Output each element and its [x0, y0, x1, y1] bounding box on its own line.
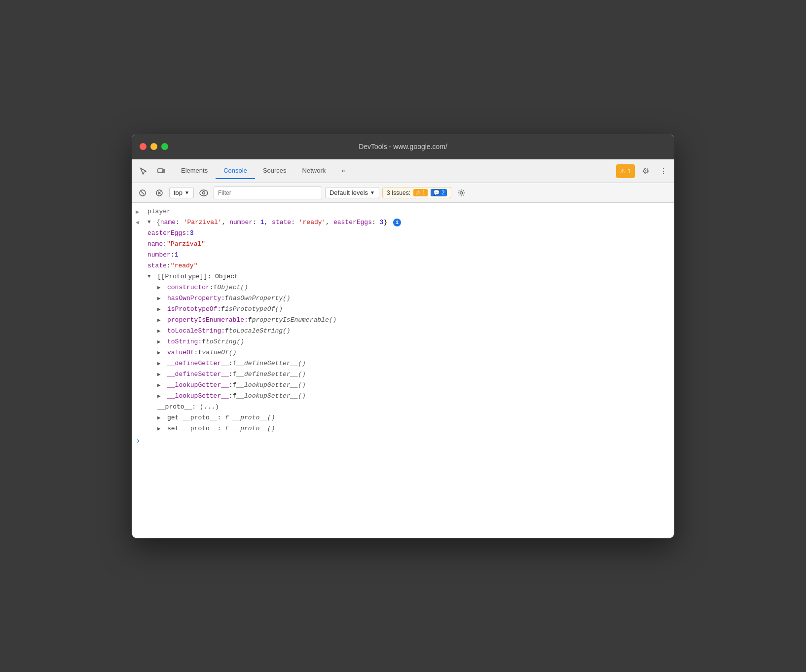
console-cursor-row: ›	[132, 435, 674, 448]
get-proto-expand[interactable]: ▶	[157, 414, 165, 421]
back-arrow: ◀	[136, 219, 146, 225]
hasOwnProperty-expand[interactable]: ▶	[157, 295, 165, 301]
propertyIsEnumerable-expand[interactable]: ▶	[157, 316, 165, 323]
set-proto-label: set __proto__: f __proto__()	[167, 425, 275, 432]
object-summary-row: ◀ ▼ {name: 'Parzival', number: 1, state:…	[132, 218, 674, 228]
proto-dots-row: __proto__: (...)	[132, 402, 674, 413]
log-levels-button[interactable]: Default levels ▼	[325, 187, 379, 198]
constructor-row: ▶ constructor: f Object()	[132, 283, 674, 294]
info-icon[interactable]: i	[393, 219, 401, 226]
context-selector[interactable]: top ▼	[169, 187, 194, 198]
svg-point-8	[202, 191, 205, 194]
object-summary: {name: 'Parzival', number: 1, state: 're…	[156, 219, 401, 226]
isPrototypeOf-expand[interactable]: ▶	[157, 305, 165, 312]
svg-rect-1	[163, 170, 165, 172]
traffic-lights	[140, 143, 168, 150]
row-arrow[interactable]: ▶	[136, 208, 146, 216]
issues-chat-badge: 💬 2	[431, 189, 447, 196]
settings-button[interactable]: ⚙	[639, 164, 653, 178]
player-row: ▶ player	[132, 207, 674, 218]
stop-on-exception-button[interactable]	[152, 186, 166, 200]
clear-console-button[interactable]	[136, 186, 149, 200]
prop-number-key: number	[147, 251, 171, 259]
valueOf-expand[interactable]: ▶	[157, 349, 165, 356]
lookupGetter-expand[interactable]: ▶	[157, 381, 165, 388]
issues-warning-badge: ⚠ 1	[413, 189, 428, 196]
maximize-button[interactable]	[161, 143, 168, 150]
cursor-prompt: ›	[136, 437, 141, 446]
issues-warning-icon: ⚠	[620, 168, 625, 175]
hasOwnProperty-row: ▶ hasOwnProperty: f hasOwnProperty()	[132, 294, 674, 304]
isPrototypeOf-row: ▶ isPrototypeOf: f isPrototypeOf()	[132, 304, 674, 315]
collapse-arrow[interactable]: ▼	[147, 219, 155, 225]
minimize-button[interactable]	[150, 143, 157, 150]
tab-console[interactable]: Console	[216, 163, 255, 179]
prototype-row: ▼ [[Prototype]]: Object	[132, 272, 674, 283]
tab-network[interactable]: Network	[294, 163, 334, 179]
tab-more[interactable]: »	[333, 163, 353, 179]
svg-line-3	[141, 191, 144, 194]
devtools-window: DevTools - www.google.com/ Elements Cons…	[132, 134, 674, 538]
window-title: DevTools - www.google.com/	[359, 143, 447, 150]
toString-row: ▶ toString: f toString()	[132, 337, 674, 348]
defineGetter-row: ▶ __defineGetter__: f __defineGetter__()	[132, 359, 674, 370]
prop-easterEggs-row: easterEggs : 3	[132, 228, 674, 239]
defineSetter-expand[interactable]: ▶	[157, 371, 165, 377]
prop-name-key: name	[147, 240, 163, 248]
main-toolbar: Elements Console Sources Network » ⚠ 1 ⚙…	[132, 159, 674, 183]
tab-sources[interactable]: Sources	[255, 163, 294, 179]
defineSetter-row: ▶ __defineSetter__: f __defineSetter__()	[132, 370, 674, 380]
levels-dropdown-icon: ▼	[370, 190, 375, 195]
proto-dots-label: __proto__: (...)	[157, 403, 219, 411]
tab-bar: Elements Console Sources Network »	[169, 163, 616, 179]
lookupSetter-row: ▶ __lookupSetter__: f __lookupSetter__()	[132, 391, 674, 402]
svg-rect-0	[158, 169, 163, 173]
svg-point-7	[200, 190, 208, 196]
context-dropdown-icon: ▼	[184, 190, 189, 195]
issues-text: 3 Issues:	[387, 189, 410, 196]
toLocaleString-row: ▶ toLocaleString: f toLocaleString()	[132, 326, 674, 337]
issues-button[interactable]: ⚠ 1	[616, 164, 635, 178]
prop-number-val: 1	[175, 251, 179, 259]
player-label: player	[147, 208, 171, 215]
prototype-collapse-arrow[interactable]: ▼	[147, 273, 155, 279]
console-toolbar: top ▼ Default levels ▼ 3 Issues: ⚠ 1 💬 2	[132, 183, 674, 203]
toolbar-right: ⚠ 1 ⚙ ⋮	[616, 164, 670, 178]
defineGetter-expand[interactable]: ▶	[157, 360, 165, 367]
prop-easterEggs-val: 3	[190, 229, 194, 237]
console-settings-button[interactable]	[454, 186, 468, 200]
toolbar-left	[136, 163, 169, 179]
prop-easterEggs-key: easterEggs	[147, 229, 186, 237]
prop-name-row: name : "Parzival"	[132, 239, 674, 250]
get-proto-row: ▶ get __proto__: f __proto__()	[132, 413, 674, 424]
console-output: ▶ player ◀ ▼ {name: 'Parzival', number: …	[132, 203, 674, 538]
propertyIsEnumerable-row: ▶ propertyIsEnumerable: f propertyIsEnum…	[132, 315, 674, 326]
levels-label: Default levels	[330, 189, 368, 196]
toString-expand[interactable]: ▶	[157, 338, 165, 345]
context-label: top	[174, 189, 183, 196]
set-proto-expand[interactable]: ▶	[157, 425, 165, 432]
titlebar: DevTools - www.google.com/	[132, 134, 674, 159]
inspect-element-button[interactable]	[136, 163, 151, 179]
more-options-button[interactable]: ⋮	[657, 164, 670, 178]
prototype-label: [[Prototype]]: Object	[157, 273, 238, 280]
live-expressions-button[interactable]	[197, 186, 211, 200]
close-button[interactable]	[140, 143, 147, 150]
get-proto-label: get __proto__: f __proto__()	[167, 414, 275, 421]
constructor-expand[interactable]: ▶	[157, 284, 165, 291]
prop-state-row: state : "ready"	[132, 261, 674, 272]
svg-point-9	[460, 191, 463, 194]
valueOf-row: ▶ valueOf: f valueOf()	[132, 348, 674, 359]
toLocaleString-expand[interactable]: ▶	[157, 327, 165, 334]
lookupGetter-row: ▶ __lookupGetter__: f __lookupGetter__()	[132, 380, 674, 391]
lookupSetter-expand[interactable]: ▶	[157, 392, 165, 399]
issues-count: 1	[627, 168, 631, 175]
issues-bar[interactable]: 3 Issues: ⚠ 1 💬 2	[382, 187, 451, 198]
prop-state-key: state	[147, 262, 167, 269]
prop-name-val: "Parzival"	[167, 240, 205, 248]
tab-elements[interactable]: Elements	[173, 163, 216, 179]
prop-number-row: number : 1	[132, 250, 674, 261]
device-toolbar-button[interactable]	[153, 163, 169, 179]
prop-state-val: "ready"	[171, 262, 198, 269]
filter-input[interactable]	[214, 187, 322, 199]
